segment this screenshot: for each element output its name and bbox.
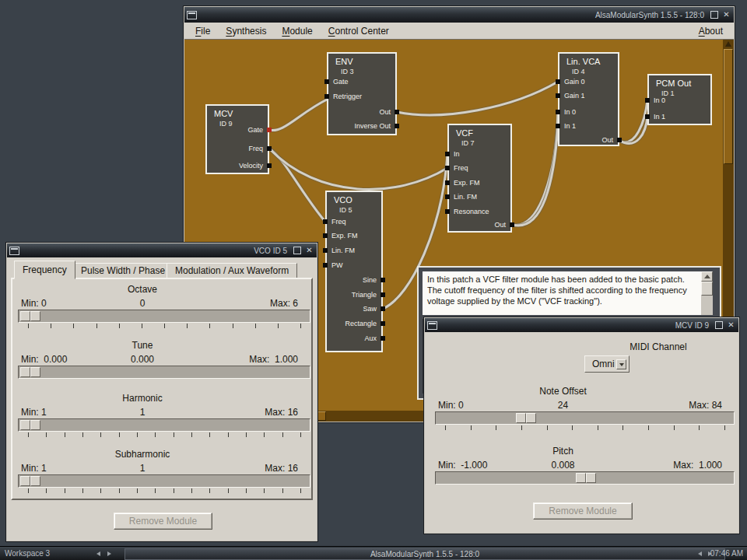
port-mcv-velocity[interactable]: Velocity	[207, 161, 268, 170]
slider-ticks	[18, 432, 310, 438]
note-offset-slider-handle[interactable]	[516, 413, 536, 423]
slider-ticks	[435, 425, 735, 431]
task-prev-icon[interactable]	[698, 551, 702, 556]
mcv-dialog-title: MCV ID 9	[675, 321, 711, 330]
port-vco-rectangle[interactable]: Rectangle	[327, 319, 381, 328]
scroll-up-button[interactable]	[701, 271, 713, 282]
arrow-up-icon	[704, 275, 710, 278]
pitch-minmax-row: Min: -1.0000.008Max: 1.000	[435, 460, 735, 471]
module-vco[interactable]: VCOID 5FreqExp. FMLin. FMPWSineTriangleS…	[325, 191, 383, 352]
value-label: 1	[18, 407, 267, 418]
port-lin-vca-in-0[interactable]: In 0	[559, 107, 618, 117]
menu-control-center[interactable]: Control Center	[321, 26, 397, 37]
port-vco-freq[interactable]: Freq	[327, 217, 381, 226]
port-vco-triangle[interactable]: Triangle	[327, 290, 381, 299]
port-vco-lin-fm[interactable]: Lin. FM	[327, 246, 381, 255]
close-button[interactable]: ✕	[304, 247, 314, 255]
tab-frequency[interactable]: Frequency	[14, 261, 75, 279]
port-env-inverse-out[interactable]: Inverse Out	[328, 121, 395, 131]
note-scrollbar[interactable]	[701, 271, 713, 315]
port-lin-vca-gain-0[interactable]: Gain 0	[559, 77, 618, 86]
midi-channel-combobox[interactable]: Omni	[584, 355, 630, 373]
tab-pulse-width-phase[interactable]: Pulse Width / Phase	[72, 263, 174, 278]
taskbar: Workspace 3 AlsaModularSynth 1.5.5 - 128…	[0, 546, 747, 560]
tune-slider-handle[interactable]	[20, 367, 40, 377]
remove-module-button[interactable]: Remove Module	[533, 502, 633, 520]
port-lin-vca-in-1[interactable]: In 1	[559, 121, 618, 131]
workspace-prev-icon[interactable]	[96, 551, 100, 556]
port-jack-icon	[445, 152, 450, 156]
tab-modulation-aux-waveform[interactable]: Modulation / Aux Waveform	[167, 263, 297, 278]
port-mcv-freq[interactable]: Freq	[207, 144, 268, 153]
port-env-gate[interactable]: Gate	[328, 77, 395, 86]
note-offset-slider[interactable]	[435, 411, 735, 425]
pitch-slider[interactable]	[435, 471, 735, 485]
octave-slider-handle[interactable]	[20, 311, 40, 321]
port-vco-aux[interactable]: Aux	[327, 334, 381, 343]
port-jack-icon	[395, 110, 399, 114]
value-label: 0.008	[435, 460, 691, 471]
subharmonic-slider-handle[interactable]	[20, 476, 40, 486]
arrow-up-icon[interactable]	[725, 41, 731, 47]
port-vco-exp-fm[interactable]: Exp. FM	[327, 231, 381, 240]
port-vco-saw[interactable]: Saw	[327, 304, 381, 313]
vertical-scroll-thumb[interactable]	[724, 49, 733, 164]
value-label: 0	[18, 298, 267, 309]
port-vco-sine[interactable]: Sine	[327, 275, 381, 285]
port-env-retrigger[interactable]: Retrigger	[328, 92, 395, 101]
port-vcf-in[interactable]: In	[449, 149, 510, 159]
port-lin-vca-out[interactable]: Out	[559, 135, 618, 145]
menu-module[interactable]: Module	[274, 26, 320, 37]
port-vcf-out[interactable]: Out	[449, 220, 510, 229]
maximize-button[interactable]	[292, 247, 302, 255]
module-env[interactable]: ENVID 3GateRetriggerOutInverse Out	[327, 52, 397, 135]
harmonic-slider-handle[interactable]	[20, 420, 40, 430]
max-label: Max: 1.000	[673, 460, 722, 471]
window-menu-button[interactable]	[427, 321, 437, 330]
workspace-next-icon[interactable]	[107, 551, 111, 556]
octave-slider[interactable]	[18, 310, 310, 323]
maximize-button[interactable]	[714, 321, 724, 330]
chevron-down-icon	[616, 359, 626, 369]
port-jack-icon	[381, 292, 385, 297]
close-button[interactable]: ✕	[726, 321, 736, 330]
port-lin-vca-gain-1[interactable]: Gain 1	[559, 91, 618, 100]
port-label: Retrigger	[333, 92, 362, 101]
subharmonic-slider[interactable]	[18, 474, 310, 488]
port-vcf-lin-fm[interactable]: Lin. FM	[449, 192, 510, 201]
port-pcm-out-in-0[interactable]: In 0	[649, 96, 710, 105]
pitch-slider-handle[interactable]	[576, 473, 596, 483]
port-label: Lin. FM	[454, 192, 477, 201]
taskbar-window-button[interactable]: AlsaModularSynth 1.5.5 - 128:0	[124, 548, 725, 560]
maximize-button[interactable]	[709, 11, 719, 19]
module-pcm-out[interactable]: PCM OutID 1In 0In 1	[647, 74, 712, 125]
window-menu-button[interactable]	[187, 11, 197, 19]
port-label: Lin. FM	[331, 246, 355, 255]
value-label: 1	[18, 463, 267, 474]
menu-about[interactable]: About	[691, 26, 731, 37]
harmonic-slider[interactable]	[18, 418, 310, 432]
menu-synthesis[interactable]: Synthesis	[218, 26, 274, 37]
main-window-title: AlsaModularSynth 1.5.5 - 128:0	[595, 11, 707, 19]
module-mcv[interactable]: MCVID 9GateFreqVelocity	[205, 104, 269, 174]
module-title: MCV	[214, 109, 233, 118]
menu-file[interactable]: File	[188, 26, 218, 37]
workspace-label: Workspace 3	[5, 549, 50, 558]
port-pcm-out-in-1[interactable]: In 1	[649, 112, 710, 121]
remove-module-button[interactable]: Remove Module	[114, 513, 212, 530]
module-lin-vca[interactable]: Lin. VCAID 4Gain 0Gain 1In 0In 1Out	[558, 52, 619, 146]
max-label: Max: 16	[265, 407, 298, 418]
port-vcf-exp-fm[interactable]: Exp. FM	[449, 178, 510, 187]
port-env-out[interactable]: Out	[328, 107, 395, 117]
tune-slider[interactable]	[18, 366, 310, 379]
module-title: VCF	[456, 128, 473, 138]
port-vcf-resonance[interactable]: Resonance	[449, 207, 510, 216]
port-vco-pw[interactable]: PW	[327, 261, 381, 270]
port-vcf-freq[interactable]: Freq	[449, 163, 510, 173]
module-vcf[interactable]: VCFID 7InFreqExp. FMLin. FMResonanceOut	[447, 124, 512, 233]
window-menu-button[interactable]	[9, 247, 19, 255]
scroll-thumb[interactable]	[701, 282, 713, 296]
port-mcv-gate[interactable]: Gate	[207, 125, 268, 135]
close-button[interactable]: ✕	[721, 11, 731, 19]
module-title: VCO	[334, 195, 352, 205]
